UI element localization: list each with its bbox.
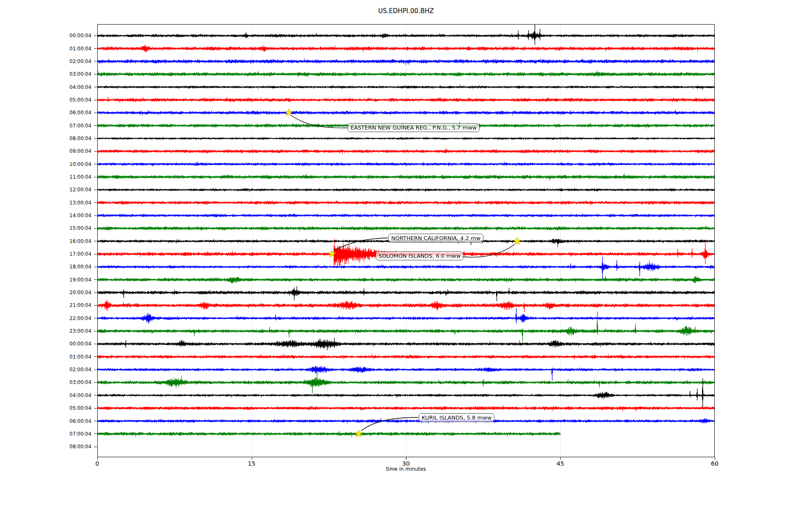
y-tick-mark [94,382,97,383]
y-tick-mark [94,267,97,267]
x-tick-mark [406,457,406,460]
y-tick-label: 00:00:04 [56,341,91,347]
x-tick-mark [715,457,715,460]
y-tick-label: 18:00:04 [56,264,91,270]
x-tick-mark [560,457,561,460]
y-tick-label: 13:00:04 [56,200,91,206]
y-tick-mark [94,408,97,409]
y-tick-label: 16:00:04 [56,238,91,244]
y-tick-mark [94,215,97,216]
y-tick-label: 08:00:04 [56,135,91,141]
y-tick-label: 03:00:04 [56,71,91,77]
y-tick-label: 09:00:04 [56,148,91,154]
y-tick-mark [94,344,97,344]
y-tick-label: 00:00:04 [56,33,91,39]
y-tick-mark [94,433,97,434]
y-tick-label: 02:00:04 [56,367,91,373]
y-tick-mark [94,356,97,357]
y-tick-label: 20:00:04 [56,290,91,295]
y-tick-mark [94,36,97,36]
y-tick-mark [94,61,97,61]
y-tick-mark [94,87,97,87]
y-tick-label: 04:00:04 [56,392,91,398]
y-tick-mark [94,254,97,254]
y-tick-mark [94,151,97,152]
y-tick-mark [94,395,97,395]
y-tick-mark [94,279,97,280]
y-tick-mark [94,370,97,370]
y-tick-label: 03:00:04 [56,379,91,385]
y-tick-mark [94,125,97,126]
y-tick-mark [94,138,97,139]
y-tick-mark [94,241,97,241]
event-annotation-label: NORTHERN CALIFORNIA, 4.2 mw [388,234,483,243]
y-tick-label: 06:00:04 [56,418,91,424]
y-tick-mark [94,318,97,318]
y-tick-label: 14:00:04 [56,213,91,218]
x-axis-title: time in minutes [0,466,812,472]
y-tick-label: 15:00:04 [56,225,91,231]
y-tick-mark [94,74,97,75]
x-tick-mark [252,457,252,460]
y-tick-label: 17:00:04 [56,251,91,257]
y-tick-label: 05:00:04 [56,405,91,411]
y-tick-mark [94,177,97,177]
x-tick-mark [97,457,98,460]
y-tick-label: 23:00:04 [56,328,91,334]
y-tick-label: 04:00:04 [56,84,91,90]
y-tick-label: 05:00:04 [56,97,91,103]
y-tick-label: 01:00:04 [56,354,91,360]
y-tick-label: 12:00:04 [56,187,91,193]
y-tick-label: 19:00:04 [56,277,91,283]
y-tick-mark [94,305,97,306]
y-tick-label: 08:00:04 [56,444,91,450]
y-tick-label: 02:00:04 [56,58,91,64]
event-annotation-label: EASTERN NEW GUINEA REG., P.N.G., 5.7 mww [348,123,480,132]
y-tick-mark [94,190,97,190]
y-tick-mark [94,228,97,229]
y-tick-mark [94,447,97,447]
y-tick-mark [94,202,97,203]
event-annotation-label: SOLOMON ISLANDS, 6.0 mww [376,251,464,260]
y-tick-mark [94,331,97,331]
y-tick-label: 07:00:04 [56,123,91,129]
y-tick-label: 06:00:04 [56,110,91,116]
y-tick-mark [94,421,97,421]
y-tick-mark [94,113,97,113]
y-tick-mark [94,293,97,293]
y-tick-label: 21:00:04 [56,302,91,308]
y-tick-label: 07:00:04 [56,431,91,437]
y-tick-label: 10:00:04 [56,161,91,167]
y-tick-label: 01:00:04 [56,46,91,52]
helicorder-figure: US.EDHPI.00.BHZ 00:00:0401:00:0402:00:04… [0,0,812,508]
y-tick-mark [94,48,97,49]
y-tick-mark [94,164,97,164]
y-tick-label: 11:00:04 [56,174,91,180]
figure-title: US.EDHPI.00.BHZ [0,7,812,15]
y-tick-mark [94,100,97,100]
event-annotation-label: KURIL ISLANDS, 5.8 mww [419,413,494,422]
y-tick-label: 22:00:04 [56,315,91,321]
